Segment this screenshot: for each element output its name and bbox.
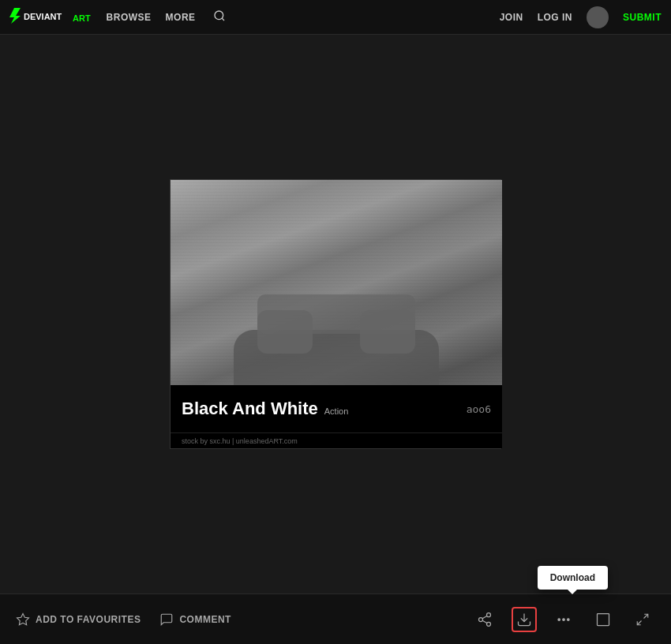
expand-button[interactable] xyxy=(630,607,655,632)
bottom-right-actions: Download xyxy=(472,607,655,632)
svg-point-12 xyxy=(563,618,565,620)
main-content: Black And White Action aoo6 stock by sxc… xyxy=(0,35,671,593)
nav-join[interactable]: JOIN xyxy=(500,12,523,23)
view-toggle-button[interactable] xyxy=(590,607,616,632)
nav-more[interactable]: MORE xyxy=(166,12,196,23)
comment-button[interactable]: COMMENT xyxy=(159,612,231,627)
logo-deviant: DEVIANT xyxy=(9,6,73,28)
credit-text: stock by sxc.hu | unleashedART.com xyxy=(182,437,298,445)
svg-line-15 xyxy=(644,614,648,618)
caption-bar: Black And White Action aoo6 xyxy=(171,385,502,432)
avatar[interactable] xyxy=(587,6,609,28)
bottom-bar: ADD TO FAVOURITES COMMENT Download xyxy=(0,593,671,644)
svg-point-11 xyxy=(558,618,560,620)
comment-icon xyxy=(159,612,174,627)
favourites-label: ADD TO FAVOURITES xyxy=(36,614,141,625)
star-icon xyxy=(16,612,30,627)
nav-browse[interactable]: BROWSE xyxy=(107,12,152,23)
svg-marker-0 xyxy=(9,8,21,24)
credit-bar: stock by sxc.hu | unleashedART.com xyxy=(171,432,502,448)
svg-line-8 xyxy=(482,620,487,623)
square-icon xyxy=(595,612,611,627)
artwork-container: Black And White Action aoo6 stock by sxc… xyxy=(171,180,502,448)
svg-point-7 xyxy=(487,622,491,626)
caption-content: Black And White Action xyxy=(182,399,348,419)
more-options-button[interactable] xyxy=(551,607,576,632)
share-button[interactable] xyxy=(472,607,497,632)
nav-links: BROWSE MORE xyxy=(107,9,500,25)
nav-login[interactable]: LOG IN xyxy=(538,12,572,23)
artwork-card: Black And White Action aoo6 stock by sxc… xyxy=(170,179,501,449)
svg-rect-14 xyxy=(598,613,609,625)
artwork-title: Black And White xyxy=(182,399,318,419)
logo-art: ART xyxy=(73,13,91,23)
artwork-logo-text: aoo6 xyxy=(467,403,491,415)
svg-text:DEVIANT: DEVIANT xyxy=(24,12,62,21)
svg-point-6 xyxy=(479,617,483,621)
svg-marker-4 xyxy=(17,613,29,624)
download-icon xyxy=(516,612,532,627)
bottom-left-actions: ADD TO FAVOURITES COMMENT xyxy=(16,612,231,627)
more-icon xyxy=(556,612,572,627)
add-to-favourites-button[interactable]: ADD TO FAVOURITES xyxy=(16,612,141,627)
search-icon[interactable] xyxy=(213,9,226,25)
svg-line-9 xyxy=(482,616,487,618)
download-button[interactable] xyxy=(512,607,537,632)
svg-point-13 xyxy=(568,618,570,620)
svg-line-3 xyxy=(222,18,224,21)
nav-submit[interactable]: SUBMIT xyxy=(623,12,662,23)
logo[interactable]: DEVIANT ART xyxy=(9,6,91,28)
svg-line-16 xyxy=(637,620,641,624)
svg-point-2 xyxy=(215,11,223,20)
download-tooltip: Download xyxy=(538,566,608,590)
nav-right: JOIN LOG IN SUBMIT xyxy=(500,6,662,28)
svg-point-5 xyxy=(487,612,491,616)
expand-icon xyxy=(635,612,650,627)
comment-label: COMMENT xyxy=(179,614,231,625)
artwork-subtitle: Action xyxy=(324,406,349,416)
share-icon xyxy=(477,612,493,627)
navbar: DEVIANT ART BROWSE MORE JOIN LOG IN SUBM… xyxy=(0,0,671,35)
sofa-back xyxy=(257,294,415,334)
